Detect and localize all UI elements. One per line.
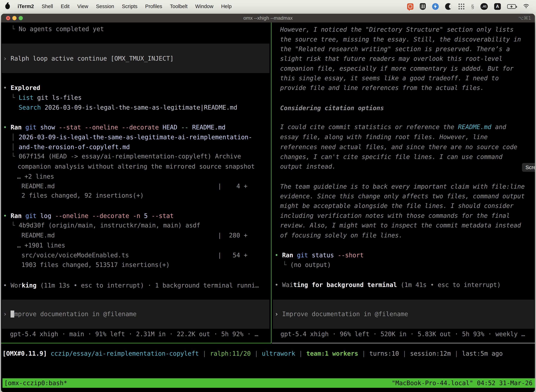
text-segment: • xyxy=(3,84,10,91)
text-segment xyxy=(47,350,51,357)
iterm-window: omx --xhigh --madmax ⌥⌘1 └ No agents com… xyxy=(1,14,535,392)
terminal-line: src/voice/voiceModeEnabled.ts | 54 + xyxy=(21,251,247,259)
text-segment: companion file, especially if more comme… xyxy=(280,65,514,72)
thinking-heading: Considering citation options xyxy=(280,104,384,112)
text-segment: log xyxy=(37,212,55,219)
text-segment: HEAD xyxy=(159,124,181,131)
text-segment: No agents completed yet xyxy=(19,25,104,33)
menu-item-shell[interactable]: Shell xyxy=(42,4,53,9)
text-segment: gpt-5.4 xhigh · 96% left · 520K in · 5.8… xyxy=(281,331,525,338)
grid-shield-icon[interactable] xyxy=(420,3,426,10)
text-segment: the "Related research writing" section i… xyxy=(280,46,510,52)
menu-item-window[interactable]: Window xyxy=(195,4,213,9)
terminal-line: the "Related research writing" section i… xyxy=(280,45,510,53)
terminal-content: └ No agents completed yet› Ralph loop ac… xyxy=(1,14,535,392)
usage-badge-icon[interactable]: ..61 xyxy=(480,3,488,10)
terminal-line: might be acceptable alongside the file l… xyxy=(280,202,514,210)
terminal-line: this single essay, it seems like a good … xyxy=(280,74,499,82)
text-segment: README.md | 4 + xyxy=(21,183,247,190)
text-segment: └ xyxy=(11,153,19,160)
right-model-status-line: gpt-5.4 xhigh · 96% left · 520K in · 5.8… xyxy=(281,330,525,338)
spark-badge-icon[interactable] xyxy=(432,3,439,10)
text-segment: ultrawork xyxy=(262,350,295,357)
menu-item-session[interactable]: Session xyxy=(96,4,114,9)
text-segment: evidence. Since this change only affects… xyxy=(280,193,525,200)
text-segment: mprove documentation in @filename xyxy=(14,311,136,317)
tmux-status-bar: [omx-cczip0:bash* "MacBook-Pro-44.local"… xyxy=(2,378,535,388)
text-segment: | xyxy=(251,350,262,357)
text-segment: README.md | 280 + xyxy=(21,232,247,239)
text-segment: 067f154 (HEAD -> essay/ai-reimplementati… xyxy=(19,153,241,160)
text-segment: essay file, along with finding root file… xyxy=(280,134,488,140)
text-segment: --oneline --decorate -n xyxy=(55,212,140,219)
menu-item-help[interactable]: Help xyxy=(221,4,232,9)
text-segment: slight risk that future readers may over… xyxy=(280,55,502,62)
text-segment: Ran xyxy=(282,252,293,259)
working-status-line: • Working (11m 13s • esc to interrupt) ·… xyxy=(3,281,259,289)
apple-menu-icon[interactable] xyxy=(5,4,10,9)
terminal-line: the source tree, missing the essay. Stil… xyxy=(280,36,521,43)
right-prompt-line: › Improve documentation in @filename xyxy=(275,310,408,318)
text-segment: I could cite commit statistics or refere… xyxy=(280,123,458,131)
text-segment: (no output) xyxy=(290,261,331,268)
screenshot-app-icon[interactable] xyxy=(407,3,413,10)
text-segment: … +2 lines xyxy=(17,173,54,180)
terminal-line: I could cite commit statistics or refere… xyxy=(280,123,506,131)
menu-item-profiles[interactable]: Profiles xyxy=(145,4,162,9)
text-segment: turns:10 xyxy=(369,350,399,357)
text-segment: session:12m xyxy=(410,350,451,357)
text-segment: companion analysis without altering the … xyxy=(18,163,255,170)
pane-border-bottom-left xyxy=(1,343,272,343)
menu-item-view[interactable]: View xyxy=(77,4,88,9)
text-segment: │ xyxy=(11,144,19,150)
text-segment xyxy=(22,124,25,131)
a-badge-icon[interactable]: A xyxy=(494,3,501,10)
text-segment: │ xyxy=(11,134,19,141)
text-segment: | xyxy=(199,350,210,357)
text-segment: • xyxy=(3,212,10,219)
terminal-line: review. Also, I might want to inspect th… xyxy=(280,221,521,229)
text-segment: the source tree, missing the essay. Stil… xyxy=(280,36,521,43)
battery-icon[interactable] xyxy=(507,4,516,9)
wifi-icon[interactable] xyxy=(522,4,530,9)
terminal-line: • Ran git log --oneline --decorate -n 5 … xyxy=(3,212,174,220)
terminal-line: │ 2026-03-09-is-legal-the-same-as-legiti… xyxy=(11,133,252,141)
menu-item-toolbelt[interactable]: Toolbelt xyxy=(170,4,187,9)
terminal-line: evidence. Since this change only affects… xyxy=(280,192,525,200)
menubar: iTerm2ShellEditViewSessionScriptsProfile… xyxy=(0,0,536,13)
terminal-line: references need actual files, and since … xyxy=(280,143,517,151)
menu-item-iterm2[interactable]: iTerm2 xyxy=(18,4,34,9)
menubar-items: iTerm2ShellEditViewSessionScriptsProfile… xyxy=(18,4,232,9)
dots-grid-icon[interactable] xyxy=(458,3,465,10)
text-segment: Explored xyxy=(10,84,40,91)
text-segment: king xyxy=(22,282,36,289)
terminal-line: However, I noticed the "Directory Struct… xyxy=(280,26,514,33)
terminal-line: companion file, especially if more comme… xyxy=(280,65,514,72)
text-segment: README.md xyxy=(458,123,491,131)
text-segment: ralph:11/20 xyxy=(210,350,251,357)
menu-item-edit[interactable]: Edit xyxy=(61,4,69,9)
text-segment xyxy=(22,212,25,219)
left-model-status-line: gpt-5.4 xhigh · main · 91% left · 2.31M … xyxy=(10,330,258,338)
text-segment: [OMX#0.11.9] xyxy=(2,350,47,357)
text-segment: › xyxy=(3,311,10,317)
text-segment: › xyxy=(3,55,10,62)
terminal-line: └ No agents completed yet xyxy=(11,25,104,33)
text-segment: review. Also, I might want to inspect th… xyxy=(280,222,521,229)
menu-item-scripts[interactable]: Scripts xyxy=(122,4,138,9)
text-segment: • xyxy=(275,281,282,288)
text-segment: | xyxy=(295,350,306,357)
text-segment: Search xyxy=(19,104,41,111)
squiggle-icon[interactable]: § xyxy=(471,3,474,10)
text-segment: The team guideline is to back every impo… xyxy=(280,183,525,190)
text-segment: Wor xyxy=(10,282,22,289)
pane-divider[interactable] xyxy=(271,23,272,343)
text-segment: … +1901 lines xyxy=(17,242,65,249)
text-segment: show xyxy=(37,124,59,131)
text-segment: Considering citation options xyxy=(280,104,384,112)
terminal-line: Search 2026-03-09-is-legal-the-same-as-l… xyxy=(19,104,237,111)
crescent-icon[interactable] xyxy=(445,3,452,10)
text-segment: 4b9d30f (origin/main, instructkr/main, m… xyxy=(19,222,200,229)
text-segment: 5 xyxy=(140,212,151,219)
terminal-line: including verification notes with those … xyxy=(280,212,510,219)
